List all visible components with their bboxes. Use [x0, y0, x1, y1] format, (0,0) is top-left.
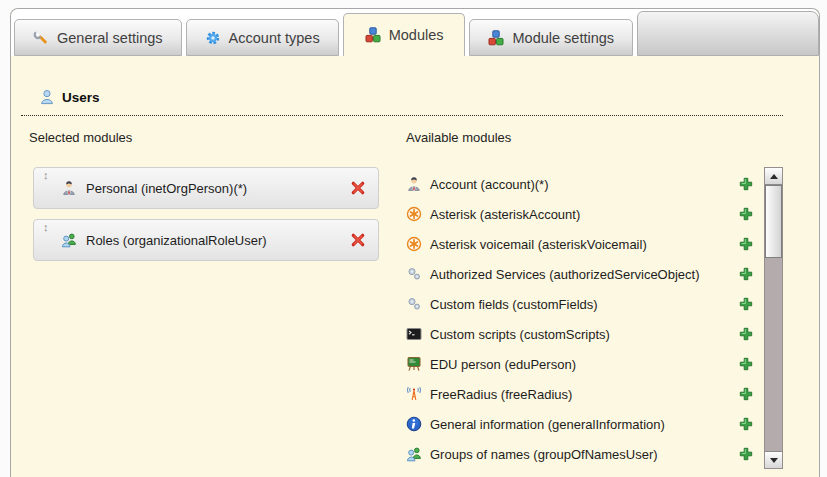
available-module-row: FreeRadius (freeRadius): [406, 379, 764, 409]
add-module-button[interactable]: [738, 206, 754, 222]
add-module-button[interactable]: [738, 296, 754, 312]
delete-icon: [350, 180, 366, 196]
asterisk-icon: [406, 206, 422, 222]
available-module-row: Groups of names (groupOfNamesUser): [406, 439, 764, 469]
tab-general-settings[interactable]: General settings: [14, 19, 182, 56]
selected-modules-list: ↕ Personal (inetOrgPerson)(*) ↕ Roles (o…: [33, 167, 379, 271]
available-module-row: Asterisk (asteriskAccount): [406, 199, 764, 229]
add-module-button[interactable]: [738, 176, 754, 192]
scrollbar-up-button[interactable]: [765, 168, 782, 185]
add-module-button[interactable]: [738, 416, 754, 432]
available-module-row: Custom fields (customFields): [406, 289, 764, 319]
add-icon: [738, 326, 754, 342]
add-icon: [738, 176, 754, 192]
drag-handle[interactable]: ↕: [43, 221, 49, 234]
available-modules-heading: Available modules: [406, 130, 511, 145]
wrench-icon: [33, 30, 49, 46]
tab-bar: General settings Account types Modules M…: [11, 9, 819, 56]
modules-icon: [365, 27, 381, 43]
modules-icon: [488, 30, 504, 46]
antenna-icon: [406, 386, 422, 402]
remove-module-button[interactable]: [349, 232, 366, 249]
available-module-row: Custom scripts (customScripts): [406, 319, 764, 349]
arrow-up-icon: [770, 174, 778, 179]
arrow-down-icon: [770, 458, 778, 463]
add-icon: [738, 386, 754, 402]
tab-label: Account types: [229, 30, 320, 46]
info-icon: [406, 416, 422, 432]
add-module-button[interactable]: [738, 356, 754, 372]
group-icon: [406, 446, 422, 462]
available-module-row: Account (account)(*): [406, 169, 764, 199]
group-icon: [61, 232, 77, 248]
asterisk-icon: [406, 236, 422, 252]
tab-label: Module settings: [512, 30, 614, 46]
available-module-row: General information (generalInformation): [406, 409, 764, 439]
terminal-icon: [406, 326, 422, 342]
add-icon: [738, 266, 754, 282]
tab-label: Modules: [389, 27, 444, 43]
add-module-button[interactable]: [738, 386, 754, 402]
available-module-row: EDU person (eduPerson): [406, 349, 764, 379]
add-icon: [738, 416, 754, 432]
add-icon: [738, 296, 754, 312]
available-modules-list: Account (account)(*) Asterisk (asteriskA…: [406, 169, 764, 469]
gear-icon: [205, 30, 221, 46]
modules-tab-content: Users Selected modules Available modules…: [11, 56, 819, 477]
available-module-row: Authorized Services (authorizedServiceOb…: [406, 259, 764, 289]
section-heading: Users: [39, 89, 100, 105]
available-module-row: Asterisk voicemail (asteriskVoicemail): [406, 229, 764, 259]
gears-icon: [406, 296, 422, 312]
add-icon: [738, 446, 754, 462]
scrollbar[interactable]: [764, 167, 783, 469]
selected-module-row: ↕ Personal (inetOrgPerson)(*): [33, 167, 379, 209]
tab-label: General settings: [57, 30, 163, 46]
add-module-button[interactable]: [738, 446, 754, 462]
add-module-button[interactable]: [738, 266, 754, 282]
delete-icon: [350, 232, 366, 248]
add-module-button[interactable]: [738, 326, 754, 342]
chalkboard-icon: [406, 356, 422, 372]
section-divider: [21, 115, 783, 116]
tab-module-settings[interactable]: Module settings: [469, 19, 633, 56]
drag-handle[interactable]: ↕: [43, 169, 49, 182]
section-title: Users: [62, 90, 100, 105]
person-icon: [406, 176, 422, 192]
selected-module-row: ↕ Roles (organizationalRoleUser): [33, 219, 379, 261]
scrollbar-down-button[interactable]: [765, 451, 782, 468]
scrollbar-thumb[interactable]: [765, 185, 782, 258]
remove-module-button[interactable]: [349, 180, 366, 197]
tab-account-types[interactable]: Account types: [186, 19, 339, 56]
user-icon: [39, 89, 55, 105]
add-module-button[interactable]: [738, 236, 754, 252]
selected-modules-heading: Selected modules: [29, 130, 132, 145]
person-icon: [61, 180, 77, 196]
gears-icon: [406, 266, 422, 282]
add-icon: [738, 206, 754, 222]
tab-bar-filler: [637, 11, 819, 56]
add-icon: [738, 236, 754, 252]
configuration-window: General settings Account types Modules M…: [10, 8, 820, 477]
tab-modules[interactable]: Modules: [343, 13, 466, 56]
add-icon: [738, 356, 754, 372]
